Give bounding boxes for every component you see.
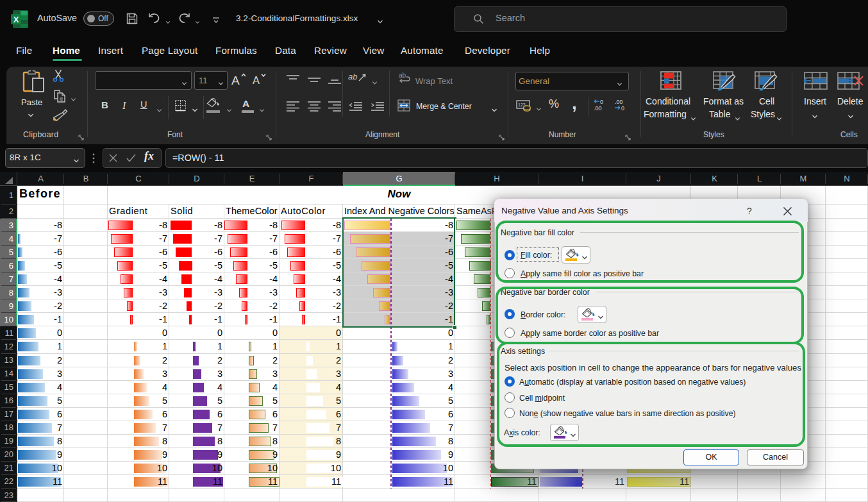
svg-text:.00: .00 bbox=[615, 99, 623, 105]
svg-text:X: X bbox=[13, 15, 19, 24]
svg-text:A: A bbox=[231, 74, 240, 87]
svg-text:ab: ab bbox=[399, 72, 406, 79]
svg-text:.00: .00 bbox=[594, 105, 602, 112]
svg-text:A: A bbox=[253, 74, 260, 86]
svg-text:0: 0 bbox=[621, 105, 624, 112]
svg-text:0: 0 bbox=[600, 99, 603, 105]
